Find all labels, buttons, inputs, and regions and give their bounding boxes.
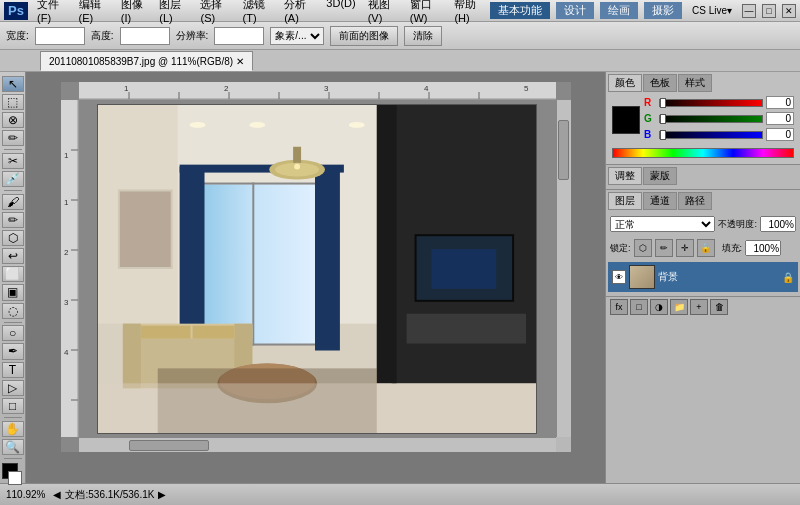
menu-3d[interactable]: 3D(D) [321, 0, 360, 25]
menu-image[interactable]: 图像(I) [116, 0, 153, 25]
tool-type[interactable]: T [2, 362, 24, 378]
zoom-info: 110.92% [6, 489, 45, 500]
svg-rect-44 [407, 313, 526, 343]
svg-rect-52 [123, 323, 141, 388]
menu-bar: 文件(F) 编辑(E) 图像(I) 图层(L) 选择(S) 滤镜(T) 分析(A… [32, 0, 490, 25]
layer-delete-btn[interactable]: 🗑 [710, 299, 728, 315]
layers-footer: fx □ ◑ 📁 + 🗑 [606, 296, 800, 317]
opacity-input[interactable] [760, 216, 796, 232]
b-label: B [644, 129, 656, 140]
lock-all-icon[interactable]: 🔒 [697, 239, 715, 257]
cs-live[interactable]: CS Live▾ [692, 5, 732, 16]
menu-layer[interactable]: 图层(L) [154, 0, 193, 25]
fill-input[interactable] [745, 240, 781, 256]
arrow-right[interactable]: ▶ [158, 489, 166, 500]
tool-path[interactable]: ▷ [2, 380, 24, 396]
resolution-label: 分辨率: [176, 29, 209, 43]
tool-lasso[interactable]: ⊗ [2, 112, 24, 128]
color-swatch-area[interactable] [2, 463, 24, 483]
layer-visibility-toggle[interactable]: 👁 [612, 270, 626, 284]
svg-rect-43 [377, 105, 397, 383]
tab-paths[interactable]: 路径 [678, 192, 712, 210]
tool-move[interactable]: ↖ [2, 76, 24, 92]
tool-pen[interactable]: ✒ [2, 343, 24, 359]
menu-file[interactable]: 文件(F) [32, 0, 72, 25]
layer-blend-row: 正常 不透明度: [608, 214, 798, 234]
clear-button[interactable]: 清除 [404, 26, 442, 46]
red-slider[interactable] [659, 99, 763, 107]
tool-history[interactable]: ↩ [2, 248, 24, 264]
width-input[interactable] [35, 27, 85, 45]
blue-slider[interactable] [659, 131, 763, 139]
layer-mask-btn[interactable]: □ [630, 299, 648, 315]
left-toolbar: ↖ ⬚ ⊗ ✏ ✂ 💉 🖌 ✏ ⬡ ↩ ⬜ ▣ ◌ ○ ✒ T ▷ □ ✋ 🔍 [0, 72, 26, 483]
blend-mode-select[interactable]: 正常 [610, 216, 715, 232]
front-image-button[interactable]: 前面的图像 [330, 26, 398, 46]
g-value[interactable] [766, 112, 794, 125]
resolution-input[interactable] [214, 27, 264, 45]
tab-masks[interactable]: 蒙版 [643, 167, 677, 185]
tool-gradient[interactable]: ▣ [2, 284, 24, 300]
maximize-button[interactable]: □ [762, 4, 776, 18]
tool-blur[interactable]: ◌ [2, 303, 24, 319]
tool-eyedropper[interactable]: 💉 [2, 171, 24, 187]
tool-zoom[interactable]: 🔍 [2, 439, 24, 455]
tab-styles[interactable]: 样式 [678, 74, 712, 92]
layer-item-background[interactable]: 👁 背景 🔒 [608, 262, 798, 292]
tab-swatches[interactable]: 色板 [643, 74, 677, 92]
mode-photo[interactable]: 摄影 [644, 2, 682, 19]
layers-content: 正常 不透明度: 锁定: ⬡ ✏ ✛ 🔒 填充: 👁 背景 [606, 212, 800, 296]
lock-image-icon[interactable]: ✏ [655, 239, 673, 257]
svg-rect-38 [252, 182, 254, 345]
v-scrollbar[interactable] [556, 100, 571, 437]
mode-design[interactable]: 设计 [556, 2, 594, 19]
units-select[interactable]: 象素/... [270, 27, 324, 45]
mode-paint[interactable]: 绘画 [600, 2, 638, 19]
svg-rect-39 [180, 166, 205, 350]
zoom-level: 110.92% [6, 489, 45, 500]
close-button[interactable]: ✕ [782, 4, 796, 18]
tool-brush[interactable]: ✏ [2, 212, 24, 228]
menu-help[interactable]: 帮助(H) [449, 0, 490, 25]
h-scrollbar[interactable] [79, 437, 556, 452]
svg-point-62 [294, 163, 300, 169]
menu-edit[interactable]: 编辑(E) [74, 0, 114, 25]
layer-adj-btn[interactable]: ◑ [650, 299, 668, 315]
height-input[interactable] [120, 27, 170, 45]
room-image [97, 104, 537, 434]
tool-hand[interactable]: ✋ [2, 421, 24, 437]
tab-adjustments[interactable]: 调整 [608, 167, 642, 185]
tool-eraser[interactable]: ⬜ [2, 266, 24, 282]
color-spectrum[interactable] [612, 148, 794, 158]
green-slider[interactable] [659, 115, 763, 123]
color-preview[interactable] [612, 106, 640, 134]
menu-select[interactable]: 选择(S) [195, 0, 235, 25]
menu-analysis[interactable]: 分析(A) [279, 0, 319, 25]
r-value[interactable] [766, 96, 794, 109]
layer-new-btn[interactable]: + [690, 299, 708, 315]
tool-marquee[interactable]: ⬚ [2, 94, 24, 110]
tab-layers[interactable]: 图层 [608, 192, 642, 210]
layer-group-btn[interactable]: 📁 [670, 299, 688, 315]
b-value[interactable] [766, 128, 794, 141]
mode-basic[interactable]: 基本功能 [490, 2, 550, 19]
menu-window[interactable]: 窗口(W) [405, 0, 448, 25]
tab-channels[interactable]: 通道 [643, 192, 677, 210]
tool-stamp[interactable]: ⬡ [2, 230, 24, 246]
menu-filter[interactable]: 滤镜(T) [238, 0, 278, 25]
arrow-left[interactable]: ◀ [53, 489, 61, 500]
tool-dodge[interactable]: ○ [2, 325, 24, 341]
layer-style-btn[interactable]: fx [610, 299, 628, 315]
tool-crop[interactable]: ✂ [2, 153, 24, 169]
tool-heal[interactable]: 🖌 [2, 194, 24, 210]
menu-view[interactable]: 视图(V) [363, 0, 403, 25]
svg-text:4: 4 [64, 348, 69, 357]
tool-wand[interactable]: ✏ [2, 130, 24, 146]
tab-color[interactable]: 颜色 [608, 74, 642, 92]
lock-transparent-icon[interactable]: ⬡ [634, 239, 652, 257]
background-color[interactable] [8, 471, 22, 485]
minimize-button[interactable]: — [742, 4, 756, 18]
tool-shape[interactable]: □ [2, 398, 24, 414]
document-tab[interactable]: 20110801085839B7.jpg @ 111%(RGB/8) ✕ [40, 51, 253, 71]
lock-position-icon[interactable]: ✛ [676, 239, 694, 257]
